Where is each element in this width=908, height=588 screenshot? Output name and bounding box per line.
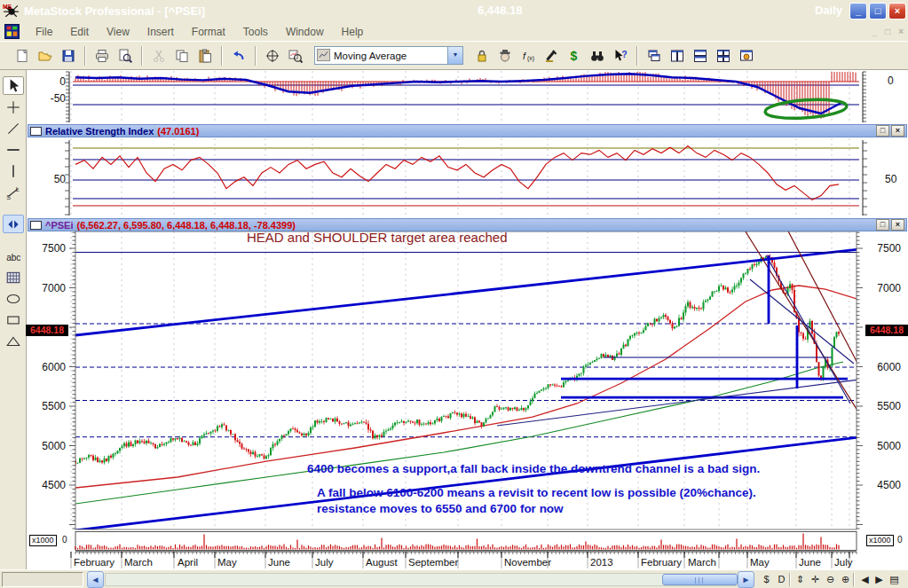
menu-edit[interactable]: Edit — [61, 24, 98, 40]
data-window-button[interactable]: D — [774, 572, 789, 587]
pointer-tool[interactable] — [3, 76, 24, 95]
grid-tool[interactable] — [3, 268, 24, 286]
cut-button[interactable] — [147, 45, 170, 67]
horizontal-line-tool[interactable] — [3, 140, 24, 159]
triangle-tool[interactable] — [3, 332, 24, 350]
child-restore-icon[interactable]: □ — [885, 27, 890, 36]
text-tool-icon: abc — [5, 248, 21, 264]
text-tool[interactable]: abc — [3, 247, 24, 265]
scrollbar-left-arrow[interactable]: ◄ — [87, 571, 104, 588]
oscillator-line — [75, 74, 842, 114]
restore-button[interactable]: □ — [869, 3, 887, 20]
cascade-windows-button[interactable] — [643, 45, 666, 67]
tile-horizontal-icon — [693, 49, 707, 63]
y-axis-label: 5500 — [42, 400, 66, 412]
trendlines[interactable] — [75, 231, 859, 530]
copy-button[interactable] — [170, 45, 193, 67]
rsi-chart[interactable] — [27, 137, 908, 218]
chart-scrollbar-track[interactable] — [105, 573, 737, 586]
panel-maximize-button[interactable]: □ — [876, 219, 889, 231]
mdi-child-controls[interactable]: _ □ × — [872, 27, 904, 36]
page-forward-button[interactable]: ▶ — [872, 572, 887, 587]
oscillator-pane[interactable] — [27, 70, 908, 124]
channel-upper[interactable] — [75, 249, 859, 335]
vertical-line-tool[interactable] — [3, 161, 24, 180]
indicator-combo-value: Moving Average — [334, 51, 407, 61]
menu-view[interactable]: View — [98, 24, 138, 40]
rising-support-navy[interactable] — [497, 380, 859, 426]
fit-vertical-button[interactable]: ⇕ — [793, 572, 808, 587]
tile-vertical-button[interactable] — [666, 45, 689, 67]
svg-text:S: S — [6, 193, 11, 200]
price-scale-button[interactable]: $ — [759, 572, 774, 587]
chart-scrollbar-thumb[interactable] — [662, 574, 738, 585]
lock-scale-button[interactable] — [470, 45, 493, 67]
zoom-out-button[interactable]: ⊖ — [823, 572, 838, 587]
window-options-button[interactable] — [735, 45, 758, 67]
period-scroll-buttons[interactable] — [3, 215, 24, 233]
close-button[interactable]: × — [888, 3, 906, 20]
grid-tool-icon — [5, 270, 21, 286]
ellipse-tool[interactable] — [3, 289, 24, 308]
zoom-in-button[interactable]: ⊕ — [838, 572, 853, 587]
downtrend-navy-1[interactable] — [750, 279, 854, 364]
rectangle-tool[interactable] — [3, 310, 24, 329]
minimize-button[interactable]: _ — [849, 3, 867, 20]
save-button[interactable] — [57, 45, 80, 67]
indicator-builder-button[interactable]: f(x) — [517, 45, 540, 67]
menu-insert[interactable]: Insert — [138, 24, 183, 40]
svg-text:(x): (x) — [527, 55, 534, 62]
child-minimize-icon[interactable]: _ — [872, 27, 878, 36]
rsi-line — [75, 146, 839, 200]
print-button[interactable] — [91, 45, 114, 67]
menu-tools[interactable]: Tools — [234, 24, 277, 40]
context-help-button[interactable]: ? — [609, 45, 632, 67]
toolbar-separator — [636, 46, 638, 66]
panel-close-button[interactable]: × — [891, 219, 904, 231]
explorer-button[interactable] — [540, 45, 563, 67]
dollar-icon: $ — [567, 49, 581, 63]
crosshair-tool[interactable] — [3, 98, 24, 116]
open-button[interactable] — [34, 45, 57, 67]
x-axis-month-label: 2013 — [590, 557, 613, 568]
rsi-value: (47.0161) — [157, 126, 199, 137]
downtrend-navy-2[interactable] — [766, 255, 850, 404]
toolbar: Moving Average▼f(x)$? — [0, 41, 908, 70]
new-chart-button[interactable] — [11, 45, 34, 67]
expert-advisor-button[interactable] — [493, 45, 517, 67]
combo-dropdown-arrow[interactable]: ▼ — [447, 47, 462, 64]
psei-candlestick-chart[interactable]: 7500750070007000600060005500550050005000… — [27, 231, 908, 569]
channel-lower[interactable] — [75, 437, 859, 530]
tile-horizontal-button[interactable] — [689, 45, 712, 67]
indicator-combo[interactable]: Moving Average▼ — [314, 46, 463, 65]
undo-button[interactable] — [227, 45, 250, 67]
system-tester-button[interactable]: $ — [563, 45, 586, 67]
scrollbar-right-arrow[interactable]: ► — [738, 571, 754, 588]
page-back-button[interactable]: ◀ — [857, 572, 872, 587]
panel-close-button[interactable]: × — [891, 125, 904, 137]
semilog-scale-tool[interactable]: SL — [3, 183, 24, 201]
panel-icon — [30, 127, 42, 136]
trendline-tool[interactable] — [3, 119, 24, 137]
menu-file[interactable]: File — [27, 24, 61, 40]
child-close-icon[interactable]: × — [898, 27, 904, 36]
crosshair-button[interactable] — [261, 45, 284, 67]
print-preview-button[interactable] — [114, 45, 137, 67]
psei-symbol: ^PSEi — [45, 220, 74, 231]
volume-multiplier-left: x1000 — [29, 535, 57, 546]
pointer-icon — [5, 78, 21, 94]
paste-button[interactable] — [193, 45, 217, 67]
panel-maximize-button[interactable]: □ — [876, 125, 889, 137]
rsi-panel-titlebar[interactable]: Relative Strength Index (47.0161) □ × — [28, 124, 907, 137]
zoom-chart-button[interactable] — [284, 45, 307, 67]
tile-grid-button[interactable] — [712, 45, 735, 67]
layout-button[interactable]: ▤ — [887, 572, 902, 587]
psei-panel-titlebar[interactable]: ^PSEi (6,562.27, 6,595.80, 6,448.18, 6,4… — [28, 218, 907, 231]
menu-format[interactable]: Format — [183, 24, 234, 40]
menu-help[interactable]: Help — [333, 24, 373, 40]
hline-icon — [5, 142, 21, 158]
find-button[interactable] — [586, 45, 609, 67]
pan-button[interactable]: ✛ — [808, 572, 823, 587]
menu-window[interactable]: Window — [277, 24, 333, 40]
titlebar[interactable]: MS MetaStock Professional - [^PSEi] 6,44… — [0, 0, 908, 22]
